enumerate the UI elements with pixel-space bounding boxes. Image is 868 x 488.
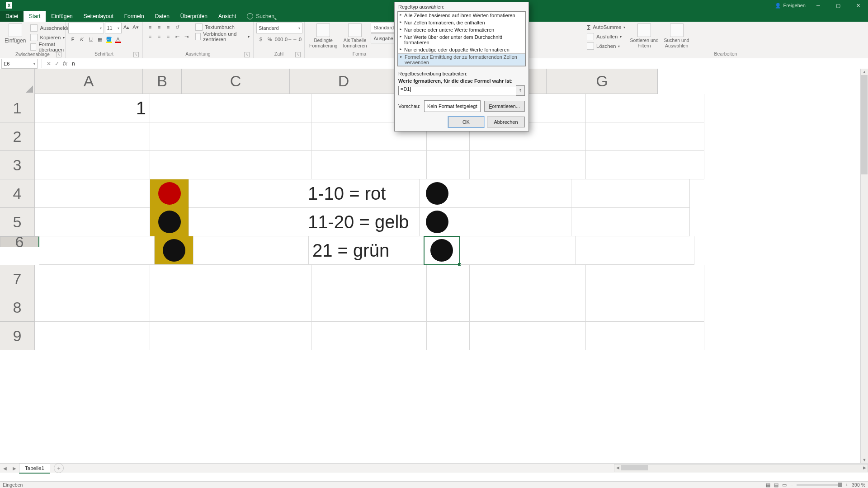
decrease-font-icon[interactable]: A▾ bbox=[132, 23, 140, 32]
rule-type-list[interactable]: Alle Zellen basierend auf ihren Werten f… bbox=[397, 11, 526, 66]
paste-button[interactable]: Einfügen bbox=[3, 23, 28, 45]
rule-type-option[interactable]: Alle Zellen basierend auf ihren Werten f… bbox=[398, 12, 525, 19]
merge-center-button[interactable]: Verbinden und zentrieren ▾ bbox=[194, 32, 250, 41]
brush-icon bbox=[30, 43, 36, 51]
tab-data[interactable]: Daten bbox=[150, 11, 175, 22]
sort-filter-icon bbox=[637, 23, 651, 37]
dialog-rule-desc-label: Regelbeschreibung bearbeiten: bbox=[395, 69, 528, 70]
fx-icon[interactable]: fx bbox=[61, 61, 69, 67]
increase-font-icon[interactable]: A▴ bbox=[123, 23, 131, 32]
name-box[interactable]: E6▾ bbox=[1, 59, 38, 69]
select-all-corner[interactable] bbox=[0, 69, 35, 70]
copy-icon bbox=[30, 34, 38, 41]
percent-icon[interactable]: % bbox=[265, 35, 274, 44]
indent-inc-icon[interactable]: ⇥ bbox=[182, 32, 191, 41]
align-right-icon[interactable]: ≡ bbox=[164, 32, 173, 41]
window-maximize[interactable]: ▢ bbox=[828, 0, 848, 11]
window-close[interactable]: ✕ bbox=[848, 0, 868, 11]
italic-button[interactable]: K bbox=[77, 35, 86, 44]
rule-type-option[interactable]: Nur Zellen formatieren, die enthalten bbox=[398, 19, 525, 26]
autosum-button[interactable]: ∑AutoSumme ▾ bbox=[586, 23, 626, 32]
sort-filter-button[interactable]: Sortieren und Filtern bbox=[628, 23, 660, 49]
find-icon bbox=[670, 23, 684, 37]
orientation-icon[interactable]: ↺ bbox=[173, 23, 182, 32]
comma-icon[interactable]: 000 bbox=[274, 35, 283, 44]
table-icon bbox=[348, 23, 362, 37]
group-font: ▾ 11▾ A▴ A▾ F K U ▦ 🪣 A Schriftart⤡ bbox=[66, 22, 143, 58]
align-left-icon[interactable]: ≡ bbox=[146, 32, 155, 41]
group-editing: ∑AutoSumme ▾ Ausfüllen ▾ Löschen ▾ Sorti… bbox=[583, 22, 868, 58]
column-header[interactable]: G bbox=[547, 69, 658, 70]
number-format-select[interactable]: Standard▾ bbox=[256, 23, 302, 33]
tab-review[interactable]: Überprüfen bbox=[175, 11, 213, 22]
underline-button[interactable]: U bbox=[86, 35, 95, 44]
indent-dec-icon[interactable]: ⇤ bbox=[173, 32, 182, 41]
column-header[interactable]: D bbox=[290, 69, 398, 70]
conditional-formatting-button[interactable]: Bedingte Formatierung bbox=[307, 23, 339, 49]
tab-file[interactable]: Datei bbox=[0, 11, 24, 22]
align-top-icon[interactable]: ≡ bbox=[146, 23, 155, 32]
column-header[interactable]: C bbox=[182, 69, 290, 70]
inc-decimal-icon[interactable]: .0→ bbox=[283, 35, 292, 44]
tab-formulas[interactable]: Formeln bbox=[119, 11, 150, 22]
rule-type-option[interactable]: Nur eindeutige oder doppelte Werte forma… bbox=[398, 46, 525, 53]
align-middle-icon[interactable]: ≡ bbox=[155, 23, 164, 32]
number-launcher[interactable]: ⤡ bbox=[295, 52, 301, 57]
scissors-icon bbox=[30, 24, 38, 32]
vertical-scrollbar[interactable]: ▲ ▼ bbox=[860, 69, 868, 70]
dialog-rule-type-label: Regeltyp auswählen: bbox=[395, 2, 528, 10]
column-header[interactable]: B bbox=[143, 69, 182, 70]
align-center-icon[interactable]: ≡ bbox=[155, 32, 164, 41]
window-minimize[interactable]: ─ bbox=[808, 0, 828, 11]
dec-decimal-icon[interactable]: ←.0 bbox=[292, 35, 302, 44]
currency-icon[interactable]: $ bbox=[256, 35, 265, 44]
wrap-text-button[interactable]: Textumbruch bbox=[194, 23, 250, 32]
eraser-icon bbox=[587, 42, 594, 50]
tell-me-search[interactable]: Suchen bbox=[241, 11, 285, 22]
alignment-launcher[interactable]: ⤡ bbox=[244, 52, 250, 57]
group-number: Standard▾ $ % 000 .0→ ←.0 Zahl⤡ bbox=[254, 22, 305, 58]
app-icon: X bbox=[6, 2, 12, 9]
font-size-select[interactable]: 11▾ bbox=[105, 23, 122, 33]
font-color-button[interactable]: A bbox=[113, 35, 123, 44]
rule-type-option[interactable]: Nur Werte über oder unter dem Durchschni… bbox=[398, 33, 525, 46]
column-header[interactable]: A bbox=[35, 69, 143, 70]
font-launcher[interactable]: ⤡ bbox=[133, 52, 139, 57]
merge-icon bbox=[195, 33, 201, 40]
rule-type-option[interactable]: Nur obere oder untere Werte formatieren bbox=[398, 26, 525, 33]
tab-view[interactable]: Ansicht bbox=[213, 11, 241, 22]
sigma-icon: ∑ bbox=[587, 24, 590, 30]
clear-button[interactable]: Löschen ▾ bbox=[586, 42, 626, 51]
cond-format-icon bbox=[316, 23, 330, 37]
scroll-up-icon[interactable]: ▲ bbox=[861, 69, 868, 70]
tab-insert[interactable]: Einfügen bbox=[46, 11, 78, 22]
bold-button[interactable]: F bbox=[68, 35, 77, 44]
fill-color-button[interactable]: 🪣 bbox=[104, 35, 113, 44]
format-as-table-button[interactable]: Als Tabelle formatieren bbox=[341, 23, 368, 49]
clipboard-launcher[interactable]: ⤡ bbox=[56, 52, 61, 57]
font-name-select[interactable]: ▾ bbox=[68, 23, 104, 33]
clipboard-icon bbox=[9, 23, 22, 37]
fill-button[interactable]: Ausfüllen ▾ bbox=[586, 32, 626, 41]
formula-enter-icon[interactable]: ✓ bbox=[53, 61, 61, 67]
tab-layout[interactable]: Seitenlayout bbox=[78, 11, 119, 22]
formula-cancel-icon[interactable]: ✕ bbox=[45, 61, 53, 67]
tab-home[interactable]: Start bbox=[24, 11, 46, 22]
rule-type-option-selected[interactable]: Formel zur Ermittlung der zu formatieren… bbox=[398, 53, 525, 66]
find-select-button[interactable]: Suchen und Auswählen bbox=[662, 23, 691, 49]
share-button[interactable]: 👤 Freigeben bbox=[775, 3, 806, 9]
fill-down-icon bbox=[587, 33, 594, 40]
group-alignment: ≡≡≡↺ ≡≡≡⇤⇥ Textumbruch Verbinden und zen… bbox=[143, 22, 254, 58]
align-bottom-icon[interactable]: ≡ bbox=[164, 23, 173, 32]
border-button[interactable]: ▦ bbox=[95, 35, 104, 44]
conditional-formatting-dialog: Regeltyp auswählen: Alle Zellen basieren… bbox=[394, 2, 529, 70]
group-clipboard: Einfügen Ausschneiden Kopieren ▾ Format … bbox=[0, 22, 66, 58]
wrap-icon bbox=[195, 23, 203, 31]
